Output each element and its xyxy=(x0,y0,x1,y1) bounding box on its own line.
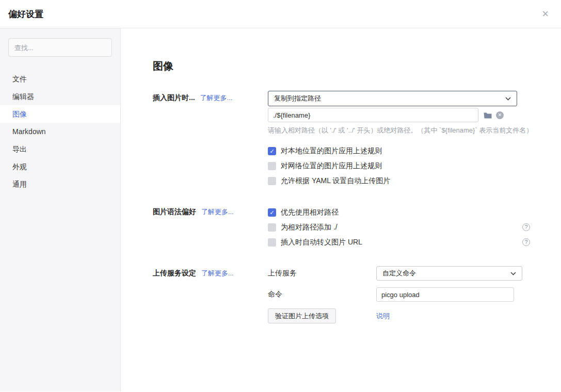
search-input[interactable] xyxy=(8,38,112,57)
instructions-link[interactable]: 说明 xyxy=(376,312,390,321)
folder-icon[interactable] xyxy=(484,112,492,119)
path-hint-text: 请输入相对路径（以 './' 或 '../' 开头）或绝对路径。（其中 `${f… xyxy=(268,126,533,135)
upload-learn-more-link[interactable]: 了解更多... xyxy=(201,269,234,277)
checkbox-yaml-upload[interactable] xyxy=(268,177,276,185)
insert-action-select-value: 复制到指定路径 xyxy=(274,94,321,103)
help-icon[interactable]: ? xyxy=(522,223,530,231)
chevron-down-icon xyxy=(510,272,516,275)
checkbox-row-relative-path[interactable]: 优先使用相对路径 xyxy=(268,205,530,220)
dialog-title: 偏好设置 xyxy=(8,8,43,20)
sidebar-item-markdown[interactable]: Markdown xyxy=(0,123,120,140)
section-upload-service: 上传服务设定 了解更多... 上传服务 自定义命令 命令 验证图 xyxy=(153,266,561,323)
checkbox-label: 对本地位置的图片应用上述规则 xyxy=(281,146,382,156)
dialog-header: 偏好设置 × xyxy=(0,0,561,28)
sidebar-item-appearance[interactable]: 外观 xyxy=(0,158,120,175)
syntax-learn-more-link[interactable]: 了解更多... xyxy=(201,208,234,216)
checkbox-relative-path[interactable] xyxy=(268,208,276,217)
command-label: 命令 xyxy=(268,290,376,299)
checkbox-label: 优先使用相对路径 xyxy=(281,208,339,217)
checkbox-label: 插入时自动转义图片 URL xyxy=(281,238,362,247)
sidebar-item-export[interactable]: 导出 xyxy=(0,140,120,158)
checkbox-label: 为相对路径添加 ./ xyxy=(281,223,338,232)
insert-action-select[interactable]: 复制到指定路径 xyxy=(268,91,517,106)
sidebar-item-general[interactable]: 通用 xyxy=(0,175,120,193)
close-icon[interactable]: × xyxy=(542,8,549,20)
section-syntax-label: 图片语法偏好 xyxy=(153,207,196,216)
clear-icon[interactable]: ✕ xyxy=(496,111,504,119)
upload-service-select-value: 自定义命令 xyxy=(382,269,416,278)
section-upload-label: 上传服务设定 xyxy=(153,269,196,277)
help-icon[interactable]: ? xyxy=(522,238,530,246)
sidebar-item-file[interactable]: 文件 xyxy=(0,70,120,88)
section-image-syntax: 图片语法偏好 了解更多... 优先使用相对路径 为相对路径添加 ./ ? 插入时… xyxy=(153,205,561,250)
checkbox-row-add-dot-slash[interactable]: 为相对路径添加 ./ ? xyxy=(268,220,530,235)
checkbox-add-dot-slash[interactable] xyxy=(268,223,276,232)
checkbox-label: 允许根据 YAML 设置自动上传图片 xyxy=(281,176,390,186)
checkbox-row-local-images[interactable]: 对本地位置的图片应用上述规则 xyxy=(268,143,533,158)
checkbox-row-escape-url[interactable]: 插入时自动转义图片 URL ? xyxy=(268,235,530,250)
section-insert-label: 插入图片时... xyxy=(153,93,195,102)
validate-upload-button[interactable]: 验证图片上传选项 xyxy=(268,308,336,323)
sidebar-item-image[interactable]: 图像 xyxy=(0,105,120,123)
checkbox-label: 对网络位置的图片应用上述规则 xyxy=(281,161,382,171)
preferences-sidebar: 文件 编辑器 图像 Markdown 导出 外观 通用 xyxy=(0,28,121,391)
checkbox-online-images[interactable] xyxy=(268,162,276,170)
command-input[interactable] xyxy=(376,287,514,302)
section-insert-image: 插入图片时... 了解更多... 复制到指定路径 ✕ 请输入相对路径（以 './… xyxy=(153,91,561,188)
upload-service-label: 上传服务 xyxy=(268,269,376,278)
chevron-down-icon xyxy=(505,97,511,101)
page-title: 图像 xyxy=(153,59,561,73)
image-path-input[interactable] xyxy=(268,108,478,122)
insert-learn-more-link[interactable]: 了解更多... xyxy=(200,94,233,102)
upload-service-select[interactable]: 自定义命令 xyxy=(376,266,522,281)
checkbox-escape-url[interactable] xyxy=(268,238,276,247)
image-settings-panel: 图像 插入图片时... 了解更多... 复制到指定路径 ✕ xyxy=(121,28,561,391)
checkbox-row-online-images[interactable]: 对网络位置的图片应用上述规则 xyxy=(268,158,533,173)
sidebar-item-editor[interactable]: 编辑器 xyxy=(0,88,120,105)
checkbox-local-images[interactable] xyxy=(268,147,276,155)
checkbox-row-yaml-upload[interactable]: 允许根据 YAML 设置自动上传图片 xyxy=(268,173,533,188)
